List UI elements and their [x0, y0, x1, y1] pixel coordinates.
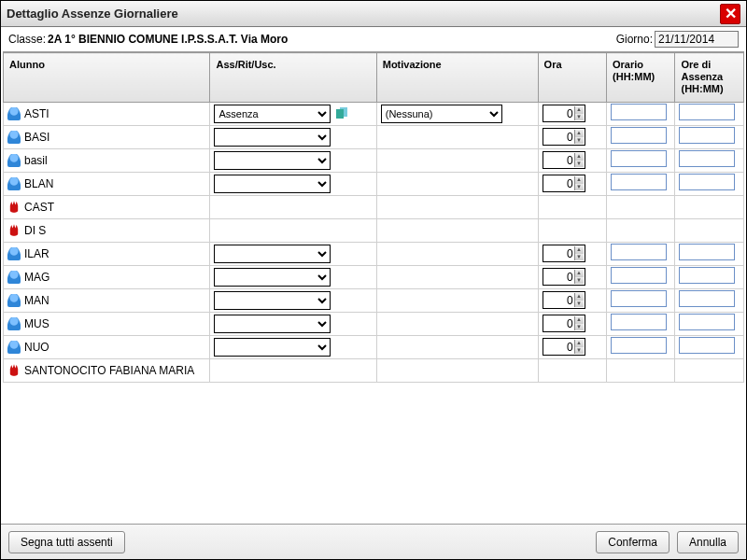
ass-select[interactable]: Assenza [214, 338, 331, 357]
person-icon [7, 154, 21, 167]
ora-stepper[interactable]: 0▲▼ [543, 338, 585, 356]
ora-stepper[interactable]: 0▲▼ [543, 268, 585, 286]
ore-assenza-field[interactable] [679, 150, 735, 167]
ass-select[interactable]: Assenza [214, 105, 331, 123]
student-name: CAST [24, 201, 54, 214]
orario-field[interactable] [611, 127, 667, 144]
table-row: CAST [4, 195, 744, 218]
student-name: basil [24, 154, 48, 167]
ora-stepper[interactable]: 0▲▼ [543, 291, 585, 309]
student-name: MUS [24, 317, 49, 330]
table-row: SANTONOCITO FABIANA MARIA [4, 358, 744, 382]
chevron-up-icon[interactable]: ▲ [574, 130, 584, 137]
col-ass: Ass/Rit/Usc. [210, 53, 376, 103]
chevron-down-icon[interactable]: ▼ [574, 161, 584, 168]
person-icon [7, 177, 21, 190]
orario-field[interactable] [611, 150, 667, 167]
table-row: MAGAssenza0▲▼ [4, 265, 744, 288]
ass-select[interactable]: Assenza [214, 245, 331, 263]
table-row: basilAssenza0▲▼ [4, 148, 744, 172]
mark-all-absent-button[interactable]: Segna tutti assenti [8, 531, 125, 553]
table-row: ASTIAssenza(Nessuna)0▲▼ [4, 102, 744, 125]
giorno-label: Giorno: [616, 33, 653, 46]
table-row: MUSAssenza0▲▼ [4, 312, 744, 335]
chevron-up-icon[interactable]: ▲ [574, 316, 584, 324]
absence-table: Alunno Ass/Rit/Usc. Motivazione Ora Orar… [3, 52, 744, 383]
titlebar: Dettaglio Assenze Giornaliere ✕ [1, 1, 746, 27]
chevron-up-icon[interactable]: ▲ [574, 340, 584, 347]
student-name: ASTI [24, 107, 49, 120]
grid-container: Alunno Ass/Rit/Usc. Motivazione Ora Orar… [3, 51, 744, 522]
ora-stepper[interactable]: 0▲▼ [543, 105, 585, 122]
person-icon [7, 341, 21, 354]
ass-select[interactable]: Assenza [214, 151, 331, 170]
person-icon [7, 131, 21, 144]
ass-select[interactable]: Assenza [214, 128, 331, 147]
chevron-down-icon[interactable]: ▼ [574, 301, 584, 308]
ore-assenza-field[interactable] [679, 337, 735, 354]
person-icon [7, 271, 21, 284]
orario-field[interactable] [611, 290, 667, 307]
person-icon [7, 294, 21, 307]
ore-assenza-field[interactable] [679, 267, 735, 284]
chevron-up-icon[interactable]: ▲ [574, 270, 584, 277]
chevron-down-icon[interactable]: ▼ [574, 277, 584, 285]
chevron-up-icon[interactable]: ▲ [574, 293, 584, 301]
orario-field[interactable] [611, 244, 667, 260]
ore-assenza-field[interactable] [679, 104, 735, 120]
orario-field[interactable] [611, 267, 667, 284]
chevron-up-icon[interactable]: ▲ [574, 176, 584, 184]
ass-select[interactable]: Assenza [214, 315, 331, 333]
giorno-field[interactable] [655, 31, 739, 48]
student-name: BASI [24, 131, 49, 144]
ora-stepper[interactable]: 0▲▼ [543, 151, 585, 169]
person-icon [7, 247, 21, 260]
ore-assenza-field[interactable] [679, 290, 735, 307]
person-icon [7, 317, 21, 330]
table-row: DI S [4, 218, 744, 242]
table-row: NUOAssenza0▲▼ [4, 335, 744, 358]
ora-stepper[interactable]: 0▲▼ [543, 245, 585, 262]
ass-select[interactable]: Assenza [214, 291, 331, 310]
classe-label: Classe: [8, 33, 46, 46]
ass-select[interactable]: Assenza [214, 175, 331, 193]
orario-field[interactable] [611, 104, 667, 120]
ora-stepper[interactable]: 0▲▼ [543, 128, 585, 146]
chevron-up-icon[interactable]: ▲ [574, 106, 584, 114]
ore-assenza-field[interactable] [679, 314, 735, 330]
chevron-down-icon[interactable]: ▼ [574, 114, 584, 121]
ora-stepper[interactable]: 0▲▼ [543, 315, 585, 332]
table-row: MANAssenza0▲▼ [4, 288, 744, 312]
col-alunno: Alunno [4, 53, 210, 103]
ora-stepper[interactable]: 0▲▼ [543, 175, 585, 192]
chevron-down-icon[interactable]: ▼ [574, 184, 584, 191]
chevron-down-icon[interactable]: ▼ [574, 254, 584, 261]
chevron-up-icon[interactable]: ▲ [574, 153, 584, 161]
student-name: DI S [24, 224, 46, 237]
window-title: Dettaglio Assenze Giornaliere [7, 7, 178, 21]
copy-down-icon[interactable] [334, 107, 349, 120]
orario-field[interactable] [611, 174, 667, 190]
ore-assenza-field[interactable] [679, 127, 735, 144]
student-name: NUO [24, 341, 49, 354]
orario-field[interactable] [611, 337, 667, 354]
chevron-down-icon[interactable]: ▼ [574, 347, 584, 355]
chevron-up-icon[interactable]: ▲ [574, 246, 584, 254]
ass-select[interactable]: Assenza [214, 268, 331, 287]
person-icon [7, 107, 21, 120]
dialog-window: Dettaglio Assenze Giornaliere ✕ Classe: … [0, 0, 747, 560]
table-row: ILARAssenza0▲▼ [4, 242, 744, 265]
student-name: ILAR [24, 247, 49, 260]
hand-icon [7, 364, 21, 377]
chevron-down-icon[interactable]: ▼ [574, 324, 584, 331]
ore-assenza-field[interactable] [679, 174, 735, 190]
confirm-button[interactable]: Conferma [596, 531, 669, 553]
cancel-button[interactable]: Annulla [677, 531, 739, 553]
student-name: MAG [24, 271, 49, 284]
close-icon[interactable]: ✕ [720, 4, 740, 24]
orario-field[interactable] [611, 314, 667, 330]
chevron-down-icon[interactable]: ▼ [574, 137, 584, 145]
table-row: BASIAssenza0▲▼ [4, 125, 744, 148]
ore-assenza-field[interactable] [679, 244, 735, 260]
motivazione-select[interactable]: (Nessuna) [381, 105, 502, 123]
